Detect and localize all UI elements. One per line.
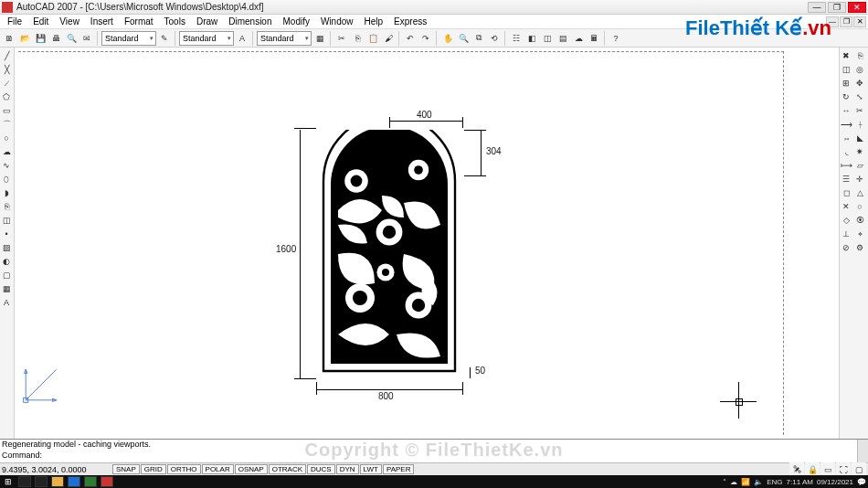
command-prompt[interactable]: Command:: [0, 451, 868, 461]
command-window[interactable]: Regenerating model - caching viewports. …: [0, 439, 868, 462]
osnap-set-icon[interactable]: ⚙: [853, 241, 866, 254]
area-icon[interactable]: ▱: [853, 159, 866, 172]
tray-lang[interactable]: ENG: [767, 478, 782, 486]
redo-icon[interactable]: ↷: [418, 31, 433, 46]
menu-tools[interactable]: Tools: [159, 16, 191, 27]
toggle-otrack[interactable]: OTRACK: [269, 464, 306, 474]
osnap-cen-icon[interactable]: ○: [853, 200, 866, 213]
table-icon[interactable]: ▦: [312, 31, 327, 46]
maximize-button[interactable]: ❐: [828, 2, 846, 13]
paste-icon[interactable]: 📋: [365, 31, 380, 46]
minimize-button[interactable]: —: [808, 2, 826, 13]
osnap-near-icon[interactable]: ⌖: [853, 228, 866, 240]
save-icon[interactable]: 💾: [33, 31, 48, 46]
ellipse-icon[interactable]: ⬯: [0, 173, 13, 186]
spline-icon[interactable]: ∿: [0, 159, 13, 172]
makeblock-icon[interactable]: ◫: [0, 214, 13, 227]
zoom-window-icon[interactable]: ⧉: [471, 31, 486, 46]
toggle-paper[interactable]: PAPER: [383, 464, 415, 474]
osnap-end-icon[interactable]: ◻: [840, 186, 852, 199]
gradient-icon[interactable]: ◐: [0, 255, 13, 268]
array-icon[interactable]: ⊞: [840, 77, 852, 90]
pline-icon[interactable]: ⟋: [0, 77, 13, 90]
stretch-icon[interactable]: ↔: [840, 104, 852, 117]
undo-icon[interactable]: ↶: [403, 31, 418, 46]
toggle-ducs[interactable]: DUCS: [307, 464, 335, 474]
polygon-icon[interactable]: ⬠: [0, 90, 13, 103]
list-icon[interactable]: ☰: [840, 173, 852, 186]
rect-icon[interactable]: ▭: [0, 104, 13, 117]
zoom-prev-icon[interactable]: ⟲: [487, 31, 502, 46]
insert-icon[interactable]: ⎘: [0, 200, 13, 213]
drawing-canvas[interactable]: 1600 400 304 50 800: [15, 48, 839, 439]
table2-icon[interactable]: ▦: [0, 282, 13, 295]
copy-icon[interactable]: ⎘: [350, 31, 365, 46]
join-icon[interactable]: ⟗: [840, 132, 852, 144]
new-icon[interactable]: 🗎: [2, 31, 16, 46]
tray-time[interactable]: 7:11 AM: [787, 478, 813, 486]
tray-network-icon[interactable]: 📶: [741, 478, 750, 486]
sheetset-icon[interactable]: ▤: [556, 31, 570, 46]
tray-volume-icon[interactable]: 🔈: [754, 478, 763, 486]
designcenter-icon[interactable]: ◧: [524, 31, 539, 46]
mirror-icon[interactable]: ◫: [840, 63, 852, 76]
osnap-quad-icon[interactable]: ◇: [840, 214, 852, 227]
osnap-int-icon[interactable]: ✕: [840, 200, 852, 213]
help-icon[interactable]: ?: [609, 31, 623, 46]
toggle-lwt[interactable]: LWT: [360, 464, 382, 474]
explode-icon[interactable]: ✷: [853, 145, 866, 158]
mtext-icon[interactable]: A: [0, 296, 13, 309]
publish-icon[interactable]: ✉: [79, 31, 94, 46]
point-icon[interactable]: •: [0, 228, 13, 240]
hatch-icon[interactable]: ▨: [0, 241, 13, 254]
taskbar-explorer-icon[interactable]: [51, 476, 64, 487]
menu-dimension[interactable]: Dimension: [223, 16, 277, 27]
taskbar-taskview-icon[interactable]: [35, 476, 48, 487]
menu-help[interactable]: Help: [359, 16, 389, 27]
id-icon[interactable]: ✛: [853, 173, 866, 186]
mdi-restore[interactable]: ❐: [840, 16, 852, 27]
chamfer-icon[interactable]: ◣: [853, 132, 866, 144]
command-scrollbar[interactable]: [857, 440, 868, 462]
taskbar-cortana-icon[interactable]: [18, 476, 31, 487]
osnap-mid-icon[interactable]: △: [853, 186, 866, 199]
matchprop-icon[interactable]: 🖌: [381, 31, 396, 46]
textstyle-combo[interactable]: Standard: [179, 31, 234, 46]
properties-icon[interactable]: ☷: [509, 31, 524, 46]
toggle-osnap[interactable]: OSNAP: [235, 464, 268, 474]
start-button[interactable]: ⊞: [2, 476, 15, 487]
rotate-icon[interactable]: ↻: [840, 90, 852, 103]
arc-icon[interactable]: ⌒: [0, 118, 13, 131]
markup-icon[interactable]: ☁: [571, 31, 586, 46]
extend-icon[interactable]: ⟶: [840, 118, 852, 131]
calc-icon[interactable]: 🖩: [587, 31, 601, 46]
dimstyle-icon[interactable]: ✎: [157, 31, 172, 46]
menu-view[interactable]: View: [54, 16, 85, 27]
mdi-close[interactable]: ✕: [853, 16, 866, 27]
erase-icon[interactable]: ✖: [840, 49, 852, 62]
pan-icon[interactable]: ✋: [440, 31, 455, 46]
osnap-perp-icon[interactable]: ⊥: [840, 228, 852, 240]
open-icon[interactable]: 📂: [17, 31, 32, 46]
tray-notifications-icon[interactable]: 💬: [857, 478, 866, 486]
zoom-icon[interactable]: 🔍: [456, 31, 471, 46]
print-icon[interactable]: 🖶: [48, 31, 63, 46]
toolpalettes-icon[interactable]: ◫: [540, 31, 555, 46]
toggle-snap[interactable]: SNAP: [112, 464, 140, 474]
taskbar-store-icon[interactable]: [84, 476, 97, 487]
tray-date[interactable]: 09/12/2021: [817, 478, 853, 486]
dimstyle-combo[interactable]: Standard: [101, 31, 156, 46]
dist-icon[interactable]: ⟼: [840, 159, 852, 172]
tray-chevron-icon[interactable]: ˄: [723, 478, 726, 486]
close-button[interactable]: ✕: [848, 2, 866, 13]
plot-preview-icon[interactable]: 🔍: [64, 31, 79, 46]
trim-icon[interactable]: ✂: [853, 104, 866, 117]
circle-icon[interactable]: ○: [0, 132, 13, 144]
xline-icon[interactable]: ╳: [0, 63, 13, 76]
copy2-icon[interactable]: ⎘: [853, 49, 866, 62]
toggle-ortho[interactable]: ORTHO: [167, 464, 201, 474]
break-icon[interactable]: ⟊: [853, 118, 866, 131]
taskbar-autocad-icon[interactable]: [101, 476, 113, 487]
menu-file[interactable]: File: [2, 16, 27, 27]
menu-format[interactable]: Format: [119, 16, 159, 27]
